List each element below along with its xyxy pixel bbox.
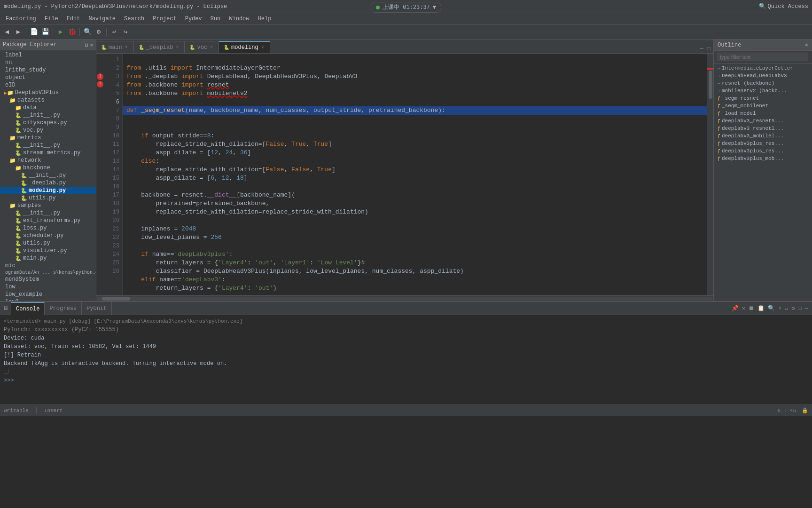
run-btn[interactable]: ▶ (55, 27, 66, 37)
outline-item-deeplabv3-resnetl[interactable]: ƒ deeplabv3_resnetl... (714, 125, 812, 132)
code-content[interactable]: from .utils import IntermediateLayerGett… (123, 54, 707, 295)
outline-item-resnet[interactable]: → resnet (backbone) (714, 79, 812, 87)
tab-deeplab[interactable]: 🐍 _deeplab × (134, 41, 185, 53)
tree-low2[interactable]: low2 (0, 298, 96, 301)
console-minimize-btn[interactable]: — (804, 305, 809, 312)
tree-object[interactable]: object (0, 74, 96, 81)
tab-pyunit[interactable]: PyUnit (82, 302, 112, 315)
outline-item-deeplabv3plus-res1[interactable]: ƒ deeplabv3plus_res... (714, 140, 812, 147)
tree-init-datasets[interactable]: 🐍__init__.py (0, 111, 96, 119)
tab-modeling[interactable]: 🐍 modeling × (219, 41, 270, 53)
redo-btn[interactable]: ↪ (120, 27, 131, 37)
tree-loss[interactable]: 🐍loss.py (0, 224, 96, 232)
tab-main[interactable]: 🐍 main × (96, 41, 134, 53)
minimize-editor-btn[interactable]: — (699, 45, 704, 53)
menu-navigate[interactable]: Navigate (85, 15, 119, 23)
tree-cityscapes[interactable]: 🐍cityscapes.py (0, 119, 96, 127)
console-settings-btn[interactable]: ⚙ (790, 304, 796, 312)
tree-main-py[interactable]: 🐍main.py (0, 254, 96, 262)
debug-btn[interactable]: 🐞 (67, 27, 77, 37)
pe-collapse-icon[interactable]: ⊟ (85, 42, 88, 48)
bottom-scrollbar[interactable] (96, 295, 713, 301)
tab-deeplab-close[interactable]: × (175, 44, 180, 50)
save-btn[interactable]: 💾 (40, 27, 50, 37)
settings-btn[interactable]: ⚙ (94, 27, 104, 37)
tree-scheduler[interactable]: 🐍scheduler.py (0, 232, 96, 239)
tab-voc-close[interactable]: × (209, 44, 214, 50)
tree-mic[interactable]: mic (0, 262, 96, 270)
outline-item-deeplabv3-resnet5[interactable]: ƒ deeplabv3_resnet5... (714, 117, 812, 125)
tree-utils-samples[interactable]: 🐍utils.py (0, 239, 96, 247)
new-btn[interactable]: 📄 (29, 27, 39, 37)
tree-voc[interactable]: 🐍voc.py (0, 127, 96, 134)
menu-pydev[interactable]: Pydev (181, 15, 206, 23)
tree-init-samples[interactable]: 🐍__init__.py (0, 209, 96, 217)
maximize-editor-btn[interactable]: □ (706, 45, 711, 53)
tab-voc[interactable]: 🐍 voc × (185, 41, 219, 53)
console-pin-btn[interactable]: 📌 (731, 304, 740, 312)
menu-search[interactable]: Search (120, 15, 148, 23)
console-scroll-btn[interactable]: ⬇ (777, 304, 782, 312)
tree-data[interactable]: 📁data (0, 104, 96, 111)
tree-network[interactable]: 📁network (0, 157, 96, 164)
outline-item-IntermediateLayerGetter[interactable]: → IntermediateLayerGetter (714, 64, 812, 72)
outline-item-mobilenetv2[interactable]: → mobilenetv2 (backb... (714, 87, 812, 95)
pe-close-icon[interactable]: ✕ (90, 42, 93, 48)
h-scroll-thumb[interactable] (102, 297, 130, 301)
tree-stream-metrics[interactable]: 🐍stream_metrics.py (0, 149, 96, 157)
search-btn[interactable]: 🔍 (82, 27, 93, 37)
tab-console[interactable]: Console (11, 302, 45, 315)
forward-btn[interactable]: ▶ (13, 27, 23, 37)
outline-close-icon[interactable]: ✕ (805, 41, 808, 48)
menu-factoring[interactable]: Factoring (2, 15, 40, 23)
outline-item-deeplabv3plus-mob[interactable]: ƒ deeplabv3plus_mob... (714, 155, 812, 162)
outline-item-DeepLabHead[interactable]: → DeepLabHead,DeepLabV3 (714, 72, 812, 79)
h-scroll-track[interactable] (97, 297, 712, 301)
menu-file[interactable]: File (41, 15, 62, 23)
console-word-wrap-btn[interactable]: ↵ (784, 304, 789, 312)
menu-help[interactable]: Help (254, 15, 275, 23)
tree-datasets[interactable]: 📁datasets (0, 96, 96, 104)
menu-edit[interactable]: Edit (63, 15, 84, 23)
tree-low-example[interactable]: low_example (0, 291, 96, 298)
outline-item-load-model[interactable]: ƒ _load_model (714, 110, 812, 117)
tree-modeling-py[interactable]: 🐍modeling.py (0, 187, 96, 194)
tab-main-close[interactable]: × (124, 44, 129, 50)
outline-item-deeplabv3plus-res2[interactable]: ƒ deeplabv3plus_res... (714, 147, 812, 155)
menu-run[interactable]: Run (207, 15, 225, 23)
menu-project[interactable]: Project (149, 15, 180, 23)
console-maximize-btn[interactable]: □ (797, 305, 803, 312)
tab-modeling-close[interactable]: × (260, 45, 265, 51)
outline-item-deeplabv3-mobilel[interactable]: ƒ deeplabv3_mobilel... (714, 132, 812, 140)
scrollbar-thumb[interactable] (709, 71, 712, 99)
outline-item-segm-mobilenet[interactable]: ƒ _segm_mobilenet (714, 102, 812, 110)
tree-ext-transforms[interactable]: 🐍ext_transforms.py (0, 217, 96, 224)
back-btn[interactable]: ◀ (2, 27, 12, 37)
tree-eid[interactable]: eID (0, 81, 96, 89)
tree-init-metrics[interactable]: 🐍__init__.py (0, 142, 96, 149)
tree-utils-network[interactable]: 🐍utils.py (0, 194, 96, 202)
scrollbar-track[interactable] (707, 70, 713, 295)
console-clear-btn[interactable]: ✕ (741, 304, 746, 312)
tree-low[interactable]: low (0, 283, 96, 291)
menu-window[interactable]: Window (225, 15, 253, 23)
tree-deeplab-py[interactable]: 🐍_deeplab.py (0, 179, 96, 187)
tree-metrics[interactable]: 📁metrics (0, 134, 96, 142)
tree-programdata[interactable]: ogramData/An ... s\keras\python.exe (0, 270, 96, 276)
tree-mendsystem[interactable]: mendSystem (0, 276, 96, 283)
tree-lrithm[interactable]: lrithm_study (0, 66, 96, 74)
tree-visualizer[interactable]: 🐍visualizer.py (0, 247, 96, 254)
console-find-btn[interactable]: 🔍 (767, 304, 776, 312)
right-scrollbar[interactable] (707, 54, 713, 295)
tree-backbone[interactable]: 📁backbone (0, 164, 96, 172)
console-copy-btn[interactable]: 📋 (757, 304, 765, 312)
tree-init-backbone[interactable]: 🐍__init__.py (0, 172, 96, 179)
tree-deeplabv3plus-folder[interactable]: ▶📁DeepLabV3Plus (0, 89, 96, 96)
console-stop-btn[interactable]: ⏹ (748, 304, 755, 312)
outline-item-segm-resnet[interactable]: ƒ _segm_resnet (714, 95, 812, 102)
undo-btn[interactable]: ↩ (109, 27, 119, 37)
tab-progress[interactable]: Progress (45, 302, 82, 315)
tree-samples[interactable]: 📁samples (0, 202, 96, 209)
quick-access-label[interactable]: Quick Access (768, 3, 808, 10)
outline-filter-input[interactable] (718, 53, 808, 61)
